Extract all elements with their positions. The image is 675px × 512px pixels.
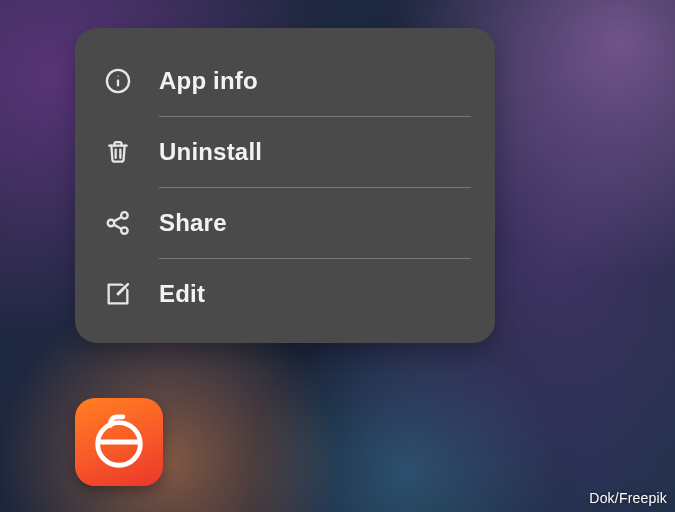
- info-icon: [103, 66, 133, 96]
- image-credit: Dok/Freepik: [589, 490, 667, 506]
- menu-item-uninstall[interactable]: Uninstall: [75, 117, 495, 187]
- context-menu-popup: App info Uninstall Share: [75, 28, 495, 343]
- svg-point-5: [121, 212, 128, 219]
- menu-item-share[interactable]: Share: [75, 188, 495, 258]
- freepik-logo-icon: [88, 411, 150, 473]
- menu-item-label: Share: [159, 209, 227, 237]
- menu-item-label: Uninstall: [159, 138, 262, 166]
- svg-line-9: [114, 225, 122, 229]
- svg-point-2: [117, 75, 118, 76]
- share-icon: [103, 208, 133, 238]
- menu-item-label: Edit: [159, 280, 205, 308]
- menu-item-label: App info: [159, 67, 258, 95]
- edit-icon: [103, 279, 133, 309]
- app-icon-freepik[interactable]: [75, 398, 163, 486]
- svg-point-6: [108, 220, 115, 227]
- svg-line-8: [114, 217, 122, 221]
- menu-item-app-info[interactable]: App info: [75, 46, 495, 116]
- svg-point-7: [121, 227, 128, 234]
- trash-icon: [103, 137, 133, 167]
- menu-item-edit[interactable]: Edit: [75, 259, 495, 329]
